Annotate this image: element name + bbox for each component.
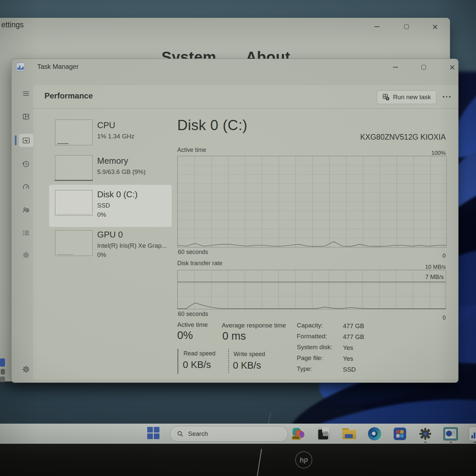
sidebar-item-processes[interactable] [19, 110, 33, 123]
read-speed-divider [178, 349, 178, 374]
memory-mini-chart [55, 155, 93, 181]
processes-icon [22, 112, 30, 121]
kv-formatted-value: 477 GB [343, 333, 364, 341]
metric-detail2: 0% [97, 211, 106, 218]
run-new-task-button[interactable]: Run new task [377, 90, 436, 104]
close-icon [433, 24, 437, 29]
file-explorer-icon [342, 428, 356, 439]
kv-capacity-value: 477 GB [343, 322, 364, 330]
sidebar-menu-button[interactable] [19, 87, 33, 100]
kv-formatted-label: Formatted: [297, 333, 327, 340]
snipping-tool-icon [318, 428, 330, 440]
settings-minimize-button[interactable] [370, 22, 384, 32]
metric-detail: SSD [97, 202, 110, 209]
transfer-max-label: 10 MB/s [425, 264, 446, 270]
search-box[interactable]: Search [170, 426, 288, 442]
maximize-icon [421, 65, 426, 70]
sidebar-item-services[interactable] [19, 248, 33, 262]
metric-detail: 1% 1.34 GHz [97, 133, 134, 140]
tm-maximize-button[interactable] [416, 62, 431, 72]
metric-name: Disk 0 (C:) [97, 189, 138, 200]
settings-window-title: ettings [1, 20, 24, 29]
settings-maximize-button[interactable] [399, 22, 414, 32]
settings-close-button[interactable] [428, 22, 442, 32]
sidebar-item-details[interactable] [19, 226, 33, 239]
sidebar-item-performance[interactable] [19, 134, 33, 147]
microsoft-365-icon: PRE [292, 427, 305, 440]
disk-device-name: KXG80ZNV512G KIOXIA [360, 133, 446, 142]
photo-of-laptop-screen: ettings System About Task Manager [0, 0, 476, 476]
maximize-icon [404, 24, 409, 29]
chart2-min-label: 0 [443, 315, 446, 321]
services-icon [22, 251, 30, 259]
metric-detail2: 0% [97, 251, 106, 259]
disk-mini-chart [55, 190, 93, 216]
gear-icon [22, 365, 30, 374]
performance-selected-indicator [15, 135, 16, 145]
taskbar-icon-task-manager[interactable] [469, 427, 476, 441]
stat-avg-response-value: 0 ms [222, 330, 246, 342]
app-history-icon [22, 160, 30, 168]
metric-name: Memory [97, 156, 128, 166]
taskbar-icon-monitor-app[interactable] [443, 427, 458, 441]
settings-nav-fragment-gray2 [0, 377, 5, 382]
startup-apps-icon [22, 183, 30, 191]
tm-settings-button[interactable] [19, 363, 33, 376]
task-manager-app-icon [16, 63, 25, 71]
task-manager-running-indicator [474, 442, 476, 443]
read-speed-label: Read speed [183, 350, 215, 357]
settings-running-indicator [424, 442, 427, 443]
details-icon [22, 229, 30, 237]
taskbar-icon-file-explorer[interactable] [342, 427, 356, 441]
metric-name: CPU [97, 120, 115, 130]
tm-minimize-button[interactable] [388, 62, 403, 72]
write-speed-label: Write speed [234, 351, 265, 358]
monitor-app-running-indicator [450, 442, 452, 443]
performance-panel: Performance Run new task CPU 1% 1.34 GHz [33, 85, 458, 379]
minimize-icon [393, 67, 398, 68]
taskbar-icon-edge[interactable] [367, 427, 382, 441]
task-manager-icon [469, 427, 476, 441]
sidebar-item-users[interactable] [19, 204, 33, 217]
taskbar-icon-snipping-tool[interactable] [317, 427, 331, 441]
stat-active-time-label: Active time [177, 321, 208, 328]
disk-detail-title: Disk 0 (C:) [177, 117, 247, 133]
divider [33, 108, 458, 109]
transfer-chart-label: Disk transfer rate [177, 260, 222, 267]
pre-badge: PRE [292, 436, 300, 440]
minimize-icon [375, 26, 379, 27]
write-speed-value: 0 KB/s [233, 360, 261, 371]
performance-icon [22, 136, 31, 145]
settings-nav-fragment-blue [0, 358, 5, 367]
laptop-bezel [0, 444, 476, 476]
taskbar-icon-settings[interactable] [418, 427, 433, 441]
hamburger-menu-icon [22, 89, 30, 98]
tm-close-button[interactable] [444, 62, 460, 72]
search-icon [177, 431, 183, 437]
run-new-task-icon [382, 94, 390, 101]
metric-detail: 5.9/63.6 GB (9%) [97, 168, 146, 176]
more-options-button[interactable] [441, 93, 452, 100]
kv-type-label: Type: [297, 365, 312, 373]
cpu-mini-chart [55, 120, 93, 145]
transfer-marker-label: 7 MB/s [425, 274, 444, 281]
transfer-rate-chart [177, 270, 446, 309]
taskbar-icon-microsoft-365[interactable]: PRE [291, 427, 306, 441]
read-speed-value: 0 KB/s [183, 359, 211, 370]
gear-icon [419, 427, 432, 440]
run-new-task-label: Run new task [393, 94, 431, 101]
metric-name: GPU 0 [97, 230, 123, 240]
active-time-chart [177, 156, 447, 247]
sidebar-item-startup-apps[interactable] [19, 181, 33, 194]
sidebar-item-app-history[interactable] [19, 157, 33, 171]
taskbar-icon-microsoft-store[interactable] [393, 427, 407, 441]
metric-detail: Intel(R) Iris(R) Xe Grap... [97, 242, 167, 249]
gpu-mini-chart [55, 230, 93, 256]
active-time-chart-label: Active time [177, 147, 206, 154]
chart1-min-label: 0 [443, 253, 446, 259]
start-button[interactable] [147, 427, 160, 439]
close-icon [450, 65, 455, 70]
kv-capacity-label: Capacity: [297, 322, 323, 329]
search-placeholder: Search [188, 430, 208, 437]
kv-pagefile-value: Yes [343, 355, 353, 362]
